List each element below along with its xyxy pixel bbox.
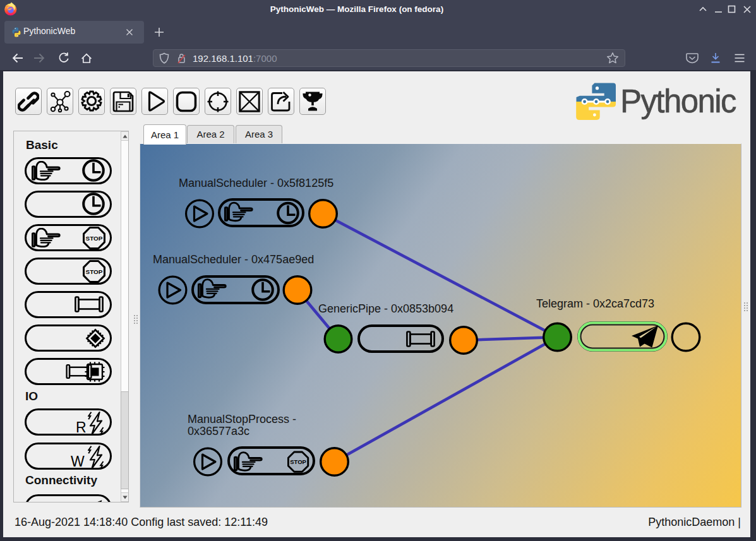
svg-text:Telegram - 0x2ca7cd73: Telegram - 0x2ca7cd73 [536, 297, 654, 310]
svg-text:GenericPipe - 0x0853b094: GenericPipe - 0x0853b094 [318, 302, 453, 315]
svg-text:0x36577a3c: 0x36577a3c [188, 425, 249, 437]
svg-text:ManualStopProcess -: ManualStopProcess - [188, 413, 296, 425]
svg-text:ManualScheduler - 0x5f8125f5: ManualScheduler - 0x5f8125f5 [179, 177, 333, 189]
svg-text:ManualScheduler - 0x475ae9ed: ManualScheduler - 0x475ae9ed [153, 253, 314, 266]
